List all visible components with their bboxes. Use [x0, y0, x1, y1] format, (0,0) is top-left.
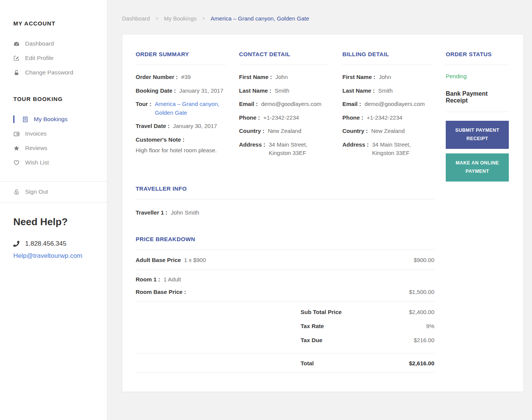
address-value: 34 Main Street, Kingston 33EF [269, 141, 329, 158]
country-label: Country : [239, 127, 264, 136]
country-value: New Zealand [268, 127, 301, 136]
email-value: demo@goodlayers.com [364, 100, 425, 109]
sidebar-item-label: Sign Out [25, 188, 48, 195]
address-label: Address : [239, 141, 265, 158]
wallet-icon [13, 131, 20, 137]
room-base-price-label: Room Base Price : [136, 289, 186, 295]
country-label: Country : [342, 127, 368, 136]
order-number-value: #39 [181, 73, 191, 82]
email-value: demo@goodlayers.com [261, 100, 321, 109]
submit-payment-receipt-button[interactable]: SUBMIT PAYMENT RECEIPT [446, 121, 509, 149]
adult-total-value: $900.00 [414, 257, 434, 263]
help-phone-number: 1.828.456.345 [25, 240, 66, 248]
contact-address-row: Address : 34 Main Street, Kingston 33EF [239, 141, 329, 158]
need-help-title: Need Help? [13, 216, 107, 228]
main-content: Dashboard > My Bookings > America – Gran… [108, 0, 532, 420]
sidebar-item-label: Edit Profile [25, 55, 54, 62]
breadcrumb: Dashboard > My Bookings > America – Gran… [122, 15, 524, 22]
address-value: 34 Main Street, Kingston 33EF [372, 141, 432, 158]
phone-value: +1-2342-2234 [263, 114, 299, 122]
country-value: New Zealand [371, 127, 405, 136]
contact-detail-title: CONTACT DETAIL [239, 51, 329, 65]
sidebar-item-reviews[interactable]: Reviews [0, 141, 107, 155]
room-row: Room 1 : 1 Adult [136, 276, 434, 283]
sidebar-item-label: Invoices [25, 130, 47, 137]
billing-address-row: Address : 34 Main Street, Kingston 33EF [342, 141, 432, 158]
bookings-icon [22, 116, 28, 123]
breadcrumb-separator-icon: > [202, 16, 205, 21]
breadcrumb-item-dashboard[interactable]: Dashboard [122, 15, 150, 22]
total-row: Total $2,616.00 [136, 354, 434, 373]
travel-date-row: Travel Date : January 30, 2017 [136, 122, 225, 131]
help-email-link[interactable]: Help@traveltourwp.com [13, 252, 107, 260]
billing-last-name-row: Last Name : Smith [342, 87, 432, 95]
billing-detail-section: BILLING DETAIL First Name : John Last Na… [342, 51, 432, 163]
contact-email-row: Email : demo@goodlayers.com [239, 100, 329, 109]
sidebar-item-change-password[interactable]: Change Password [0, 65, 107, 80]
adult-base-price-label: Adult Base Price [136, 257, 181, 263]
first-name-value: John [379, 73, 391, 82]
sidebar-item-dashboard[interactable]: Dashboard [0, 36, 107, 51]
travel-date-label: Travel Date : [136, 122, 169, 131]
sidebar-section-title-my-account: MY ACCOUNT [13, 20, 107, 27]
heart-icon [13, 159, 20, 166]
unlock-icon [13, 189, 20, 195]
total-value: $2,616.00 [409, 360, 434, 366]
email-label: Email : [342, 100, 361, 109]
price-breakdown-section: PRICE BREAKDOWN Adult Base Price 1 x $90… [136, 236, 434, 373]
customer-note-label: Customer's Note : [136, 136, 185, 144]
travel-date-value: January 30, 2017 [173, 122, 217, 131]
sidebar-item-invoices[interactable]: Invoices [0, 126, 107, 141]
first-name-label: First Name : [239, 73, 272, 82]
tour-link[interactable]: America – Grand canyon, Golden Gate [155, 100, 225, 117]
last-name-label: Last Name : [239, 87, 271, 95]
tax-rate-label: Tax Rate [301, 323, 324, 329]
contact-detail-section: CONTACT DETAIL First Name : John Last Na… [239, 51, 329, 163]
breadcrumb-item-my-bookings[interactable]: My Bookings [164, 15, 196, 22]
tour-booking-list: My Bookings Invoices Reviews Wish List [0, 112, 107, 170]
sidebar-item-sign-out[interactable]: Sign Out [0, 185, 107, 199]
bank-payment-receipt-title: Bank Payment Receipt [446, 90, 509, 112]
tour-row: Tour : America – Grand canyon, Golden Ga… [136, 100, 225, 117]
adult-base-price-row: Adult Base Price 1 x $900 $900.00 [136, 250, 434, 270]
last-name-label: Last Name : [342, 87, 375, 95]
traveller-label: Traveller 1 : [136, 208, 167, 217]
sidebar-item-label: Change Password [25, 69, 73, 76]
lock-icon [13, 69, 20, 76]
sidebar-item-my-bookings[interactable]: My Bookings [0, 112, 107, 126]
booking-date-row: Booking Date : January 31, 2017 [136, 87, 225, 95]
phone-label: Phone : [342, 114, 363, 122]
make-online-payment-button[interactable]: MAKE AN ONLINE PAYMENT [446, 153, 509, 182]
price-breakdown-title: PRICE BREAKDOWN [136, 236, 434, 250]
traveller-name: John Smith [171, 208, 199, 217]
billing-first-name-row: First Name : John [342, 73, 432, 82]
sidebar-item-wish-list[interactable]: Wish List [0, 155, 107, 170]
phone-label: Phone : [239, 114, 260, 122]
traveller-info-title: TRAVELLER INFO [136, 185, 434, 199]
breadcrumb-separator-icon: > [155, 16, 158, 21]
need-help-section: Need Help? 1.828.456.345 Help@traveltour… [13, 216, 107, 260]
tax-due-row: Tax Due $216.00 [136, 337, 434, 343]
last-name-value: Smith [378, 87, 393, 95]
billing-country-row: Country : New Zealand [342, 127, 432, 136]
room-base-price-row: Room Base Price : $1,500.00 [136, 289, 434, 295]
order-number-row: Order Number : #39 [136, 73, 225, 82]
order-summary-title: ORDER SUMMARY [136, 51, 225, 65]
subtotal-row: Sub Total Price $2,400.00 [136, 309, 434, 315]
address-label: Address : [342, 141, 369, 158]
traveller-row: Traveller 1 : John Smith [136, 208, 434, 217]
adult-qty: 1 x $900 [184, 257, 206, 263]
first-name-label: First Name : [342, 73, 375, 82]
email-label: Email : [239, 100, 258, 109]
sidebar-item-edit-profile[interactable]: Edit Profile [0, 51, 107, 65]
phone-icon [13, 241, 20, 247]
customer-note-text: High floor for hotel room please. [136, 147, 225, 153]
subtotal-value: $2,400.00 [409, 309, 434, 315]
order-number-label: Order Number : [136, 73, 178, 82]
last-name-value: Smith [275, 87, 289, 95]
tax-due-value: $216.00 [414, 337, 434, 343]
room-block: Room 1 : 1 Adult Room Base Price : $1,50… [136, 270, 434, 302]
sidebar-item-label: Wish List [25, 159, 49, 166]
edit-icon [13, 55, 20, 62]
active-indicator-bar [13, 115, 14, 123]
